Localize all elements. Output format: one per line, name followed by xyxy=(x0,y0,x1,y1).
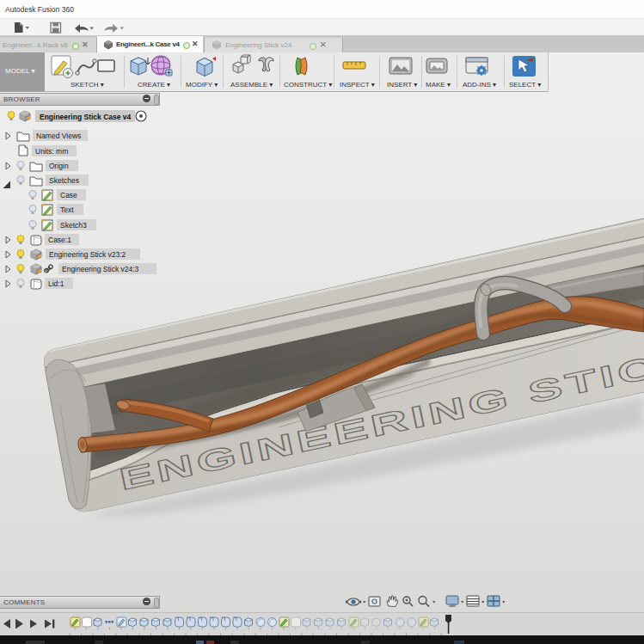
svg-text:Sketches: Sketches xyxy=(49,176,79,185)
svg-text:Named Views: Named Views xyxy=(36,132,81,140)
svg-text:Engineering Stick v23:2: Engineering Stick v23:2 xyxy=(49,250,126,259)
svg-text:Case: Case xyxy=(60,191,77,199)
svg-text:Case:1: Case:1 xyxy=(48,236,71,244)
svg-text:Lid:1: Lid:1 xyxy=(48,279,64,288)
svg-text:Engineering Stick Case v4: Engineering Stick Case v4 xyxy=(40,113,132,121)
svg-text:Origin: Origin xyxy=(49,162,69,170)
svg-text:Sketch3: Sketch3 xyxy=(60,221,87,230)
svg-text:Engineering Stick v24:3: Engineering Stick v24:3 xyxy=(62,265,139,273)
svg-text:Text: Text xyxy=(60,205,74,214)
svg-text:Units: mm: Units: mm xyxy=(35,147,68,156)
